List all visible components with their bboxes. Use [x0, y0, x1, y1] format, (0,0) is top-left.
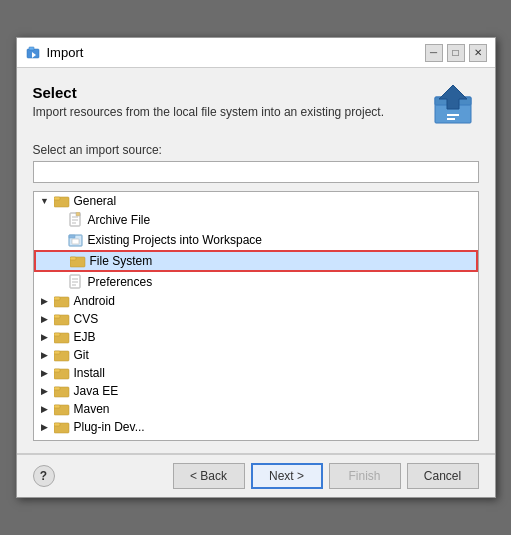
- maximize-button[interactable]: □: [447, 44, 465, 62]
- folder-icon: [54, 294, 70, 308]
- import-source-tree[interactable]: ▼ General Archive File: [33, 191, 479, 441]
- section-description: Import resources from the local file sys…: [33, 105, 431, 119]
- section-title: Select: [33, 84, 431, 101]
- window-icon: [25, 45, 41, 61]
- list-item[interactable]: ▼ General: [34, 192, 478, 210]
- file-icon: [68, 212, 84, 228]
- dialog-buttons: ? < Back Next > Finish Cancel: [17, 454, 495, 497]
- svg-rect-19: [70, 257, 76, 260]
- spacer-icon: [54, 254, 68, 268]
- tree-item-label: Maven: [74, 402, 110, 416]
- svg-rect-16: [69, 235, 75, 238]
- folder-icon: [54, 384, 70, 398]
- minimize-button[interactable]: ─: [425, 44, 443, 62]
- dialog-content: Select Import resources from the local f…: [17, 68, 495, 453]
- svg-rect-37: [54, 405, 60, 408]
- prefs-icon: [68, 274, 84, 290]
- tree-item-label: Plug-in Dev...: [74, 420, 145, 434]
- list-item[interactable]: ▶ EJB: [34, 328, 478, 346]
- import-dialog: Import ─ □ ✕ Select Import resources fro…: [16, 37, 496, 498]
- window-title: Import: [47, 45, 425, 60]
- tree-item-label: Install: [74, 366, 105, 380]
- svg-rect-39: [54, 423, 60, 426]
- tree-item-label: Archive File: [88, 213, 151, 227]
- svg-rect-27: [54, 315, 60, 318]
- list-item[interactable]: ▶ CVS: [34, 310, 478, 328]
- header-text: Select Import resources from the local f…: [33, 84, 431, 131]
- tree-item-label: File System: [90, 254, 153, 268]
- filter-label: Select an import source:: [33, 143, 479, 157]
- tree-item-label: Preferences: [88, 275, 153, 289]
- expand-icon: ▶: [38, 348, 52, 362]
- list-item[interactable]: ▶ Git: [34, 346, 478, 364]
- expand-icon: ▶: [38, 294, 52, 308]
- svg-rect-29: [54, 333, 60, 336]
- svg-rect-31: [54, 351, 60, 354]
- expand-icon: ▶: [38, 420, 52, 434]
- folder-icon: [54, 420, 70, 434]
- import-graphic: [431, 84, 479, 126]
- list-item[interactable]: ▶ Maven: [34, 400, 478, 418]
- spacer-icon: [52, 233, 66, 247]
- close-button[interactable]: ✕: [469, 44, 487, 62]
- folder-icon: [54, 330, 70, 344]
- expand-icon: ▶: [38, 402, 52, 416]
- svg-rect-25: [54, 297, 60, 300]
- list-item[interactable]: Archive File: [34, 210, 478, 230]
- next-button[interactable]: Next >: [251, 463, 323, 489]
- tree-item-label: Git: [74, 348, 89, 362]
- folder-icon: [54, 194, 70, 208]
- title-bar: Import ─ □ ✕: [17, 38, 495, 68]
- svg-rect-9: [54, 197, 60, 200]
- list-item-file-system[interactable]: File System: [34, 250, 478, 272]
- svg-rect-1: [29, 47, 34, 50]
- window-controls: ─ □ ✕: [425, 44, 487, 62]
- expand-icon: ▶: [38, 330, 52, 344]
- expand-icon: ▶: [38, 366, 52, 380]
- svg-rect-17: [72, 239, 79, 244]
- svg-rect-33: [54, 369, 60, 372]
- tree-item-label: EJB: [74, 330, 96, 344]
- folder-icon: [70, 254, 86, 268]
- list-item[interactable]: ▶ Install: [34, 364, 478, 382]
- list-item[interactable]: Existing Projects into Workspace: [34, 230, 478, 250]
- folder-icon: [54, 402, 70, 416]
- folder-icon: [54, 348, 70, 362]
- tree-item-label: Existing Projects into Workspace: [88, 233, 263, 247]
- list-item[interactable]: ▶ Android: [34, 292, 478, 310]
- cancel-button[interactable]: Cancel: [407, 463, 479, 489]
- svg-rect-20: [70, 275, 80, 288]
- help-button[interactable]: ?: [33, 465, 55, 487]
- filter-input[interactable]: [33, 161, 479, 183]
- list-item[interactable]: ▶ Plug-in Dev...: [34, 418, 478, 436]
- back-button[interactable]: < Back: [173, 463, 245, 489]
- expand-icon: ▶: [38, 384, 52, 398]
- list-item[interactable]: ▶ Java EE: [34, 382, 478, 400]
- header-area: Select Import resources from the local f…: [33, 84, 479, 131]
- tree-item-label: CVS: [74, 312, 99, 326]
- project-icon: [68, 232, 84, 248]
- tree-item-label: General: [74, 194, 117, 208]
- tree-item-label: Java EE: [74, 384, 119, 398]
- svg-rect-14: [76, 212, 80, 216]
- spacer-icon: [52, 275, 66, 289]
- expand-icon: ▶: [38, 312, 52, 326]
- finish-button[interactable]: Finish: [329, 463, 401, 489]
- folder-icon: [54, 312, 70, 326]
- tree-item-label: Android: [74, 294, 115, 308]
- folder-icon: [54, 366, 70, 380]
- spacer-icon: [52, 213, 66, 227]
- svg-rect-35: [54, 387, 60, 390]
- list-item[interactable]: Preferences: [34, 272, 478, 292]
- expand-icon: ▼: [38, 194, 52, 208]
